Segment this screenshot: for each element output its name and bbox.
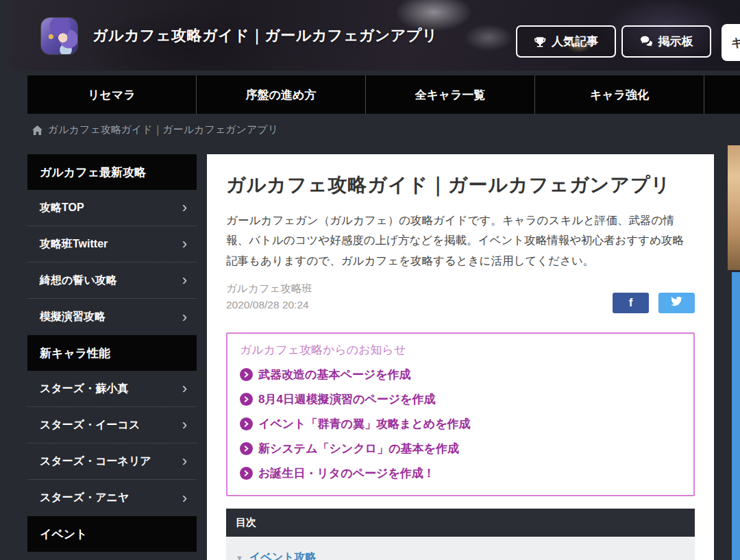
sidebar-item-eecos[interactable]: スターズ・イーコス › [27, 407, 197, 443]
sidebar-item-anya[interactable]: スターズ・アニヤ › [27, 480, 197, 516]
nav-item-early-game[interactable]: 序盤の進め方 [197, 75, 366, 114]
nav-item-all-characters[interactable]: 全キャラ一覧 [366, 75, 535, 114]
notice-link-label: お誕生日・リタのページを作成！ [258, 465, 435, 481]
sidebar-header-latest: ガルカフェ最新攻略 [27, 154, 197, 190]
arrow-right-circle-icon [240, 442, 253, 455]
chevron-right-icon: › [182, 200, 187, 215]
sidebar-item-label: スターズ・アニヤ [40, 491, 129, 505]
sidebar-item-label: 模擬演習攻略 [40, 310, 106, 324]
twitter-icon [671, 297, 682, 309]
sidebar: ガルカフェ最新攻略 攻略TOP › 攻略班Twitter › 綺想の誓い攻略 ›… [27, 154, 197, 552]
breadcrumb-label: ガルカフェ攻略ガイド｜ガールカフェガンアプリ [48, 123, 278, 136]
article-date: 2020/08/28 20:24 [226, 297, 312, 313]
sidebar-item-label: スターズ・蘇小真 [40, 382, 128, 396]
sidebar-item-cornelia[interactable]: スターズ・コーネリア › [27, 443, 197, 480]
notice-link-mock-drill-week[interactable]: 8月4日週模擬演習のページを作成 [240, 391, 681, 407]
site-logo-icon[interactable] [41, 18, 77, 54]
notice-link-event-gunjo[interactable]: イベント「群青の翼」攻略まとめを作成 [240, 416, 681, 432]
notice-link-label: イベント「群青の翼」攻略まとめを作成 [258, 416, 471, 432]
sidebar-item-label: 綺想の誓い攻略 [40, 273, 117, 288]
article-description: ガールカフェガン（ガルカフェ）の攻略ガイドです。キャラのスキルと評価、武器の情報… [226, 210, 695, 271]
trophy-icon [534, 36, 546, 48]
board-label: 掲示板 [658, 34, 693, 49]
notice-link-synchro[interactable]: 新システム「シンクロ」の基本を作成 [240, 441, 681, 456]
notice-box: ガルカフェ攻略からのお知らせ 武器改造の基本ページを作成 8月4日週模擬演習のペ… [226, 332, 695, 496]
sidebar-item-kiso-no-chikai[interactable]: 綺想の誓い攻略 › [27, 263, 197, 299]
facebook-share-button[interactable]: f [613, 293, 649, 313]
right-column-widget-cropped [732, 272, 740, 560]
page-title: ガルカフェ攻略ガイド｜ガールカフェガンアプリ [226, 172, 695, 198]
facebook-icon: f [629, 296, 633, 310]
header-banner: ガルカフェ攻略ガイド｜ガールカフェガンアプリ 人気記事 掲示板 キ [9, 0, 740, 71]
chevron-right-icon: › [182, 381, 187, 396]
chevron-right-icon: › [182, 491, 187, 506]
popular-articles-label: 人気記事 [552, 34, 598, 49]
sidebar-item-label: スターズ・コーネリア [40, 454, 151, 469]
sidebar-item-su-xiaozhen[interactable]: スターズ・蘇小真 › [27, 371, 197, 407]
notice-link-label: 武器改造の基本ページを作成 [258, 367, 411, 382]
toc-item-event[interactable]: ▼ イベント攻略 [236, 550, 685, 560]
speech-bubbles-icon [640, 36, 653, 47]
breadcrumb[interactable]: ガルカフェ攻略ガイド｜ガールカフェガンアプリ [32, 123, 278, 136]
chevron-right-icon: › [182, 236, 187, 252]
sidebar-item-mock-drill[interactable]: 模擬演習攻略 › [27, 299, 197, 335]
popular-articles-button[interactable]: 人気記事 [516, 25, 616, 58]
arrow-right-circle-icon [240, 417, 253, 430]
chevron-right-icon: › [182, 310, 187, 325]
sidebar-header-event: イベント [27, 516, 197, 552]
nav-item-character-upgrade[interactable]: キャラ強化 [535, 75, 704, 114]
chevron-right-icon: › [182, 273, 187, 288]
toc-link-label: イベント攻略 [249, 550, 317, 560]
sidebar-item-label: 攻略班Twitter [40, 237, 108, 252]
right-column-image-cropped [728, 145, 740, 270]
toc-header: 目次 [226, 509, 695, 537]
triangle-down-icon: ▼ [236, 554, 243, 560]
chevron-right-icon: › [182, 454, 187, 469]
board-button[interactable]: 掲示板 [621, 25, 711, 58]
arrow-right-circle-icon [240, 393, 253, 406]
site-title[interactable]: ガルカフェ攻略ガイド｜ガールカフェガンアプリ [92, 0, 438, 71]
notice-link-label: 8月4日週模擬演習のページを作成 [258, 391, 436, 407]
nav-item-cropped[interactable] [704, 75, 739, 114]
article-meta-row: ガルカフェ攻略班 2020/08/28 20:24 f [226, 280, 695, 313]
arrow-right-circle-icon [240, 467, 253, 480]
home-icon [32, 125, 42, 135]
notice-title: ガルカフェ攻略からのお知らせ [240, 342, 681, 358]
twitter-share-button[interactable] [658, 293, 695, 313]
table-of-contents: 目次 ▼ イベント攻略 [226, 509, 695, 560]
article-author: ガルカフェ攻略班 [226, 280, 312, 297]
notice-link-birthday-rita[interactable]: お誕生日・リタのページを作成！ [240, 465, 681, 481]
character-search-button-partial[interactable]: キ [722, 24, 740, 61]
sidebar-item-twitter[interactable]: 攻略班Twitter › [27, 226, 197, 263]
notice-link-weapon-mod[interactable]: 武器改造の基本ページを作成 [240, 367, 681, 382]
sidebar-item-top[interactable]: 攻略TOP › [27, 190, 197, 226]
sidebar-header-new-characters: 新キャラ性能 [27, 335, 197, 371]
page: ガルカフェ攻略ガイド｜ガールカフェガンアプリ 人気記事 掲示板 キ リセマラ 序… [0, 0, 740, 560]
article: ガルカフェ攻略ガイド｜ガールカフェガンアプリ ガールカフェガン（ガルカフェ）の攻… [207, 154, 714, 560]
sidebar-item-label: 攻略TOP [40, 201, 84, 215]
arrow-right-circle-icon [240, 368, 253, 381]
sidebar-item-label: スターズ・イーコス [40, 418, 140, 433]
notice-link-label: 新システム「シンクロ」の基本を作成 [258, 441, 459, 456]
main-nav: リセマラ 序盤の進め方 全キャラ一覧 キャラ強化 [27, 75, 740, 114]
nav-item-reroll[interactable]: リセマラ [27, 75, 197, 114]
chevron-right-icon: › [182, 417, 187, 433]
toc-body: ▼ イベント攻略 [226, 537, 695, 560]
